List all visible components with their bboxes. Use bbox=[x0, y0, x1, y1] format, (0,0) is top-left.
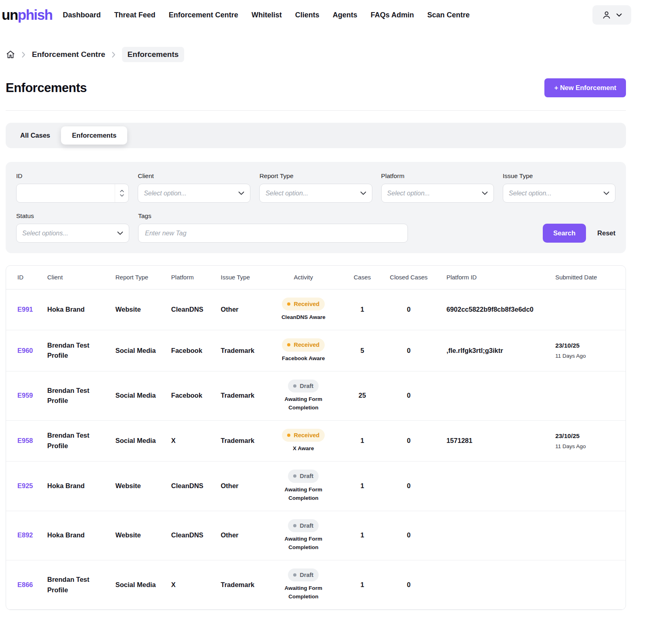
status-badge: Draft bbox=[288, 519, 319, 532]
col-header-platform: Platform bbox=[167, 266, 217, 289]
client-cell: Brendan Test Profile bbox=[43, 560, 111, 609]
nav-item-clients[interactable]: Clients bbox=[295, 11, 319, 19]
chevron-down-icon bbox=[603, 191, 609, 195]
nav-item-dashboard[interactable]: Dashboard bbox=[63, 11, 101, 19]
new-enforcement-button[interactable]: + New Enforcement bbox=[544, 78, 626, 97]
chevron-down-icon bbox=[238, 191, 244, 195]
nav-item-whitelist[interactable]: Whitelist bbox=[252, 11, 282, 19]
status-label: Draft bbox=[300, 570, 313, 579]
page-header: Enforcements + New Enforcement bbox=[6, 78, 626, 97]
enforcement-id-link[interactable]: E925 bbox=[17, 482, 33, 489]
tags-input[interactable] bbox=[138, 224, 408, 243]
col-header-submitted-date: Submitted Date bbox=[551, 266, 626, 289]
closed-cases-cell: 0 bbox=[384, 289, 434, 330]
chevron-up-icon bbox=[120, 190, 124, 192]
report-type-select[interactable]: Select option... bbox=[259, 184, 372, 203]
col-header-id: ID bbox=[6, 266, 43, 289]
id-cell: E866 bbox=[6, 560, 43, 609]
table-row: E925 Hoka Brand Website CleanDNS Other D… bbox=[6, 461, 626, 511]
tab-all-cases[interactable]: All Cases bbox=[9, 126, 61, 145]
filter-status-label: Status bbox=[16, 212, 129, 220]
enforcement-id-link[interactable]: E959 bbox=[17, 392, 33, 399]
submitted-date-cell bbox=[551, 289, 626, 330]
tab-enforcements[interactable]: Enforcements bbox=[61, 126, 127, 145]
nav-item-agents[interactable]: Agents bbox=[333, 11, 357, 19]
search-button[interactable]: Search bbox=[543, 224, 586, 243]
status-dot-icon bbox=[293, 573, 296, 577]
filter-issue-type-label: Issue Type bbox=[503, 172, 615, 180]
submitted-date-cell: 23/10/25 11 Days Ago bbox=[551, 330, 626, 371]
enforcement-id-link[interactable]: E991 bbox=[17, 306, 33, 313]
client-cell: Hoka Brand bbox=[43, 461, 111, 511]
enforcement-id-link[interactable]: E892 bbox=[17, 531, 33, 539]
issue-type-cell: Trademark bbox=[217, 560, 267, 609]
filter-status-field: Status Select options... bbox=[16, 212, 129, 243]
client-cell: Hoka Brand bbox=[43, 289, 111, 330]
issue-type-select[interactable]: Select option... bbox=[503, 184, 615, 203]
top-nav-bar: unphish Dashboard Threat Feed Enforcemen… bbox=[0, 0, 672, 30]
enforcement-id-link[interactable]: E958 bbox=[17, 437, 33, 444]
cases-cell: 1 bbox=[340, 461, 384, 511]
breadcrumb-enforcement-centre[interactable]: Enforcement Centre bbox=[32, 50, 105, 59]
id-cell: E959 bbox=[6, 371, 43, 420]
reset-button[interactable]: Reset bbox=[597, 229, 615, 237]
filter-report-type-field: Report Type Select option... bbox=[259, 172, 372, 203]
submitted-date-ago: 11 Days Ago bbox=[555, 443, 622, 451]
client-select[interactable]: Select option... bbox=[138, 184, 250, 203]
submitted-date-cell bbox=[551, 371, 626, 420]
issue-type-cell: Trademark bbox=[217, 420, 267, 461]
table-row: E960 Brendan Test Profile Social Media F… bbox=[6, 330, 626, 371]
issue-type-cell: Other bbox=[217, 461, 267, 511]
platform-cell: CleanDNS bbox=[167, 461, 217, 511]
status-label: Received bbox=[294, 340, 319, 349]
filter-platform-field: Platform Select option... bbox=[381, 172, 494, 203]
nav-item-threat-feed[interactable]: Threat Feed bbox=[114, 11, 155, 19]
submitted-date-cell bbox=[551, 461, 626, 511]
id-input[interactable] bbox=[17, 184, 115, 202]
status-label: Draft bbox=[300, 382, 313, 390]
nav-item-enforcement-centre[interactable]: Enforcement Centre bbox=[169, 11, 238, 19]
breadcrumb-chevron-icon bbox=[22, 52, 25, 58]
id-cell: E958 bbox=[6, 420, 43, 461]
report-type-cell: Social Media bbox=[111, 420, 167, 461]
submitted-date-cell bbox=[551, 511, 626, 560]
filter-tags-field: Tags bbox=[138, 212, 408, 243]
status-dot-icon bbox=[293, 524, 296, 527]
id-cell: E991 bbox=[6, 289, 43, 330]
col-header-issue-type: Issue Type bbox=[217, 266, 267, 289]
status-select[interactable]: Select options... bbox=[16, 224, 129, 243]
closed-cases-cell: 0 bbox=[384, 371, 434, 420]
user-menu-button[interactable] bbox=[592, 5, 631, 25]
case-tabs: All Cases Enforcements bbox=[6, 123, 626, 148]
submitted-date-cell bbox=[551, 560, 626, 609]
activity-cell: Received CleanDNS Aware bbox=[266, 289, 340, 330]
nav-item-faqs-admin[interactable]: FAQs Admin bbox=[371, 11, 414, 19]
activity-cell: Draft Awaiting Form Completion bbox=[266, 560, 340, 609]
issue-type-cell: Trademark bbox=[217, 371, 267, 420]
platform-id-cell: 1571281 bbox=[433, 420, 551, 461]
status-dot-icon bbox=[293, 384, 296, 388]
chevron-down-icon bbox=[120, 194, 124, 197]
enforcement-id-link[interactable]: E866 bbox=[17, 581, 33, 588]
filter-issue-type-field: Issue Type Select option... bbox=[503, 172, 615, 203]
nav-item-scan-centre[interactable]: Scan Centre bbox=[427, 11, 470, 19]
cases-cell: 1 bbox=[340, 511, 384, 560]
platform-id-cell bbox=[433, 371, 551, 420]
client-cell: Brendan Test Profile bbox=[43, 330, 111, 371]
number-stepper[interactable] bbox=[115, 184, 128, 202]
breadcrumb-enforcements[interactable]: Enforcements bbox=[122, 47, 185, 62]
client-cell: Brendan Test Profile bbox=[43, 371, 111, 420]
platform-cell: CleanDNS bbox=[167, 289, 217, 330]
activity-cell: Draft Awaiting Form Completion bbox=[266, 511, 340, 560]
filter-id-field: ID bbox=[16, 172, 129, 203]
platform-select[interactable]: Select option... bbox=[381, 184, 494, 203]
home-icon[interactable] bbox=[6, 50, 15, 59]
status-dot-icon bbox=[287, 302, 290, 306]
enforcement-id-link[interactable]: E960 bbox=[17, 347, 33, 354]
col-header-client: Client bbox=[43, 266, 111, 289]
unphish-logo[interactable]: unphish bbox=[2, 7, 52, 23]
page-title: Enforcements bbox=[6, 81, 87, 95]
status-label: Draft bbox=[300, 521, 313, 530]
status-badge: Received bbox=[282, 298, 325, 310]
report-type-cell: Website bbox=[111, 461, 167, 511]
